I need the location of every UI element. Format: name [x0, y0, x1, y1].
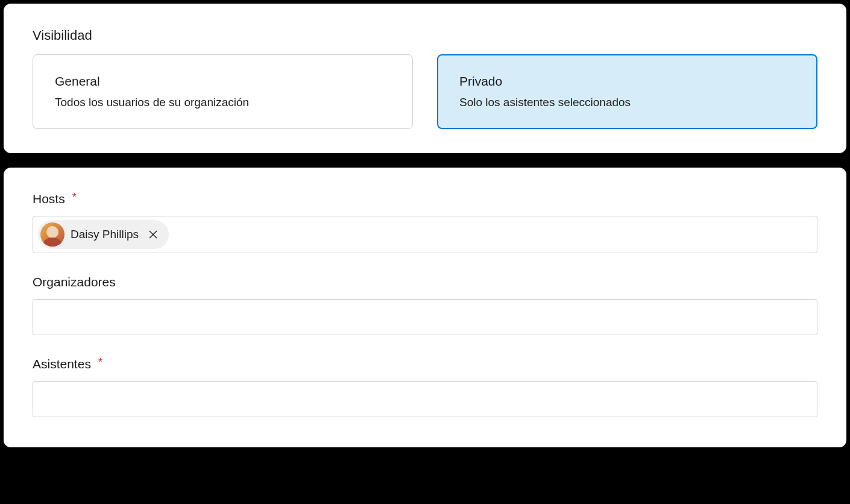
host-chip: Daisy Phillips — [38, 220, 169, 249]
visibility-title: Visibilidad — [33, 28, 817, 43]
required-star-icon: * — [72, 191, 77, 204]
hosts-field: Hosts * Daisy Phillips — [33, 192, 817, 253]
organizers-input[interactable] — [33, 299, 817, 335]
chip-name: Daisy Phillips — [71, 228, 139, 241]
visibility-options: General Todos los usuarios de su organiz… — [33, 54, 817, 129]
organizers-label: Organizadores — [33, 275, 817, 289]
hosts-input[interactable]: Daisy Phillips — [33, 216, 817, 253]
participants-card: Hosts * Daisy Phillips Organizadores — [4, 168, 846, 447]
visibility-option-general[interactable]: General Todos los usuarios de su organiz… — [33, 54, 413, 129]
option-desc: Todos los usuarios de su organización — [55, 96, 391, 109]
visibility-card: Visibilidad General Todos los usuarios d… — [4, 4, 846, 153]
required-star-icon: * — [98, 356, 102, 369]
chip-remove-button[interactable] — [145, 230, 162, 239]
option-desc: Solo los asistentes seleccionados — [459, 96, 795, 109]
attendees-text-input[interactable] — [38, 388, 812, 411]
organizers-text-input[interactable] — [38, 306, 812, 329]
visibility-option-private[interactable]: Privado Solo los asistentes seleccionado… — [437, 54, 817, 129]
option-title: General — [55, 74, 391, 89]
option-title: Privado — [459, 74, 795, 89]
attendees-label: Asistentes * — [33, 357, 817, 371]
hosts-text-input[interactable] — [172, 224, 812, 246]
avatar — [40, 222, 65, 247]
label-text: Hosts — [33, 192, 65, 206]
close-icon — [148, 230, 158, 239]
label-text: Asistentes — [33, 357, 91, 371]
hosts-label: Hosts * — [33, 192, 817, 206]
attendees-input[interactable] — [33, 381, 817, 417]
label-text: Organizadores — [33, 275, 116, 289]
attendees-field: Asistentes * — [33, 357, 817, 417]
organizers-field: Organizadores — [33, 275, 817, 335]
